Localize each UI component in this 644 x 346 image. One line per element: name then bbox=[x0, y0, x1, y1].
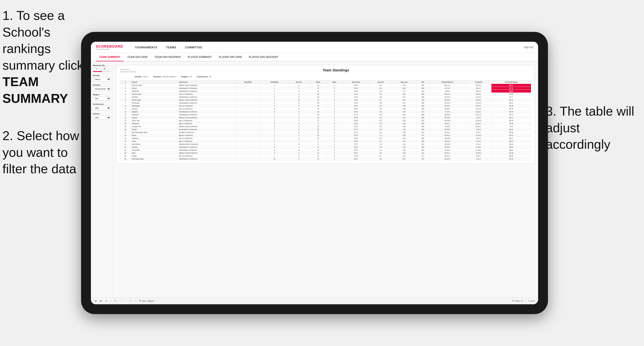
toolbar-sep-2: | bbox=[126, 300, 126, 302]
table-row[interactable]: 3 Vanderbilt Southeastern Conference - 2… bbox=[120, 90, 531, 93]
cell-avg-sg2: 1.85 bbox=[392, 119, 416, 122]
table-row[interactable]: 16 Florida Southeastern Conference - 7 9… bbox=[120, 128, 531, 131]
filter-conference-select[interactable]: (All) bbox=[93, 106, 111, 110]
table-row[interactable]: 22 Georgia Southeastern Conference - 8 7… bbox=[120, 146, 531, 149]
cell-vs-top50: 68.91 bbox=[491, 140, 531, 143]
cell-rank: 8 bbox=[120, 105, 131, 108]
sub-nav-player-h2h-heatmap[interactable]: PLAYER H2H HEATMAP bbox=[246, 53, 282, 61]
nav-tournaments[interactable]: TOURNAMENTS bbox=[130, 42, 162, 53]
table-row[interactable]: 4 Arizona State Pac-12 Conference - 1 9 … bbox=[120, 93, 531, 96]
col-par: Par bbox=[416, 80, 429, 84]
cell-par: 76-26-1 bbox=[429, 125, 465, 128]
sign-out-button[interactable]: Sign out bbox=[523, 46, 533, 49]
filter-gender-select[interactable]: Men's bbox=[93, 77, 111, 81]
instruction-3: 3. The table will adjust accordingly bbox=[546, 103, 639, 153]
table-row[interactable]: 19 California Pac-12 Conference - 4 8 24… bbox=[120, 137, 531, 140]
min-slider[interactable] bbox=[93, 71, 111, 72]
sidebar-filters: Minimum Ro... Gender Men's bbox=[91, 61, 113, 297]
filter-region-select[interactable]: N/A bbox=[93, 96, 111, 101]
cell-rank: 17 bbox=[120, 131, 131, 134]
view-icon: 👁 bbox=[139, 300, 141, 302]
toolbar-paste[interactable]: 📄 bbox=[120, 299, 124, 303]
cell-school: Texas Tech bbox=[131, 119, 178, 122]
toolbar-copy[interactable]: 📋 bbox=[113, 299, 118, 303]
cell-no-tour: 10 bbox=[288, 99, 310, 102]
table-row[interactable]: 14 Oklahoma Big 12 Conference - 2 4 2 2 … bbox=[120, 122, 531, 125]
cell-wins: 0 bbox=[326, 155, 342, 158]
table-row[interactable]: 20 Texas Big 12 Conference - 3 7 7 0 278… bbox=[120, 140, 531, 143]
cell-overall: 18-23-0 bbox=[466, 152, 492, 155]
main-content: Minimum Ro... Gender Men's bbox=[91, 61, 538, 297]
table-row[interactable]: 12 Virginia Atlantic Coast Conference - … bbox=[120, 116, 531, 119]
cell-avg-sg2: 1.63 bbox=[392, 128, 416, 131]
share-button[interactable]: ⇧ Share bbox=[528, 300, 535, 302]
table-row[interactable]: 8 Washington Pac-12 Conference - 2 8 23 … bbox=[120, 105, 531, 108]
table-row[interactable]: 21 New Mexico Mountain West Conference -… bbox=[120, 143, 531, 146]
filter-min-val2[interactable] bbox=[101, 67, 108, 70]
nav-teams[interactable]: TEAMS bbox=[162, 42, 180, 53]
cell-rnds: 23 bbox=[310, 158, 326, 161]
nav-committee[interactable]: COMMITTEE bbox=[180, 42, 207, 53]
cell-conf-rank: 1 bbox=[261, 84, 288, 87]
cell-adj-score: 278.9 bbox=[342, 140, 370, 143]
cell-rank: 24 bbox=[120, 152, 131, 155]
cell-avg-low: 217 bbox=[416, 110, 429, 113]
view-original-button[interactable]: 👁 View: Original bbox=[137, 299, 156, 303]
toolbar-forward[interactable]: ▶ bbox=[99, 299, 103, 303]
cell-wins: 6 bbox=[326, 90, 342, 93]
cell-conf-rank: 1 bbox=[261, 134, 288, 137]
cell-overall: 12-13-0 bbox=[466, 134, 492, 137]
cell-wins: 4 bbox=[326, 99, 342, 102]
watch-button[interactable]: 👁 Watch ▼ bbox=[512, 300, 523, 302]
table-row[interactable]: 11 Arkansas Southeastern Conference - 2 … bbox=[120, 113, 531, 116]
cell-rank: 6 bbox=[120, 99, 131, 102]
cell-rank: 15 bbox=[120, 125, 131, 128]
table-row[interactable]: 23 Texas A&M Southeastern Conference - 9… bbox=[120, 149, 531, 152]
filter-minimum-label: Minimum Ro... bbox=[93, 64, 111, 66]
standings-table: # School Conference Reg Rank Conf Rank N… bbox=[120, 80, 531, 161]
sub-nav-player-summary[interactable]: PLAYER SUMMARY bbox=[184, 53, 215, 61]
toolbar-clock[interactable]: 🕐 bbox=[128, 299, 133, 303]
filter-school: School (All) bbox=[93, 113, 111, 120]
table-row[interactable]: 5 Ole Miss Southeastern Conference - 3 6… bbox=[120, 96, 531, 99]
sub-nav-player-h2h-grid[interactable]: PLAYER H2H GRID bbox=[215, 53, 246, 61]
main-nav: TOURNAMENTS TEAMS COMMITTEE bbox=[130, 42, 207, 53]
table-row[interactable]: 2 Auburn Southeastern Conference - 1 9 2… bbox=[120, 87, 531, 90]
table-row[interactable]: 24 Duke Atlantic Coast Conference - 5 9 … bbox=[120, 152, 531, 155]
table-row[interactable]: 7 Tennessee Southeastern Conference - 4 … bbox=[120, 102, 531, 105]
cell-rank: 18 bbox=[120, 134, 131, 137]
table-row[interactable]: 25 Oregon Pac-12 Conference - 7 9 21 0 2… bbox=[120, 155, 531, 158]
table-row[interactable]: 9 Arizona Pac-12 Conference - 3 8 23 2 2… bbox=[120, 108, 531, 110]
toolbar-reload[interactable]: ↻ bbox=[105, 299, 108, 303]
table-row[interactable]: 15 Georgia Tech Atlantic Coast Conferenc… bbox=[120, 125, 531, 128]
table-row[interactable]: 17 East Tennessee State Southern Confere… bbox=[120, 131, 531, 134]
cell-school: North Carolina bbox=[131, 84, 178, 87]
cell-rank: 12 bbox=[120, 116, 131, 119]
cell-avg-sg2: 1.28 bbox=[392, 134, 416, 137]
table-row[interactable]: 18 Illinois Big Ten Conference - 1 8 23 … bbox=[120, 134, 531, 137]
sub-nav-team-summary[interactable]: TEAM SUMMARY bbox=[96, 53, 124, 61]
cell-avg-sg2: 3.01 bbox=[392, 116, 416, 119]
table-row[interactable]: 6 Florida State Atlantic Coast Conferenc… bbox=[120, 99, 531, 102]
table-row[interactable]: 10 Alabama Southeastern Conference - 5 8… bbox=[120, 110, 531, 113]
cell-par: 83-25-0 bbox=[429, 137, 465, 140]
cell-conf-rank: 5 bbox=[261, 152, 288, 155]
filter-school-select[interactable]: (All) bbox=[93, 116, 111, 120]
cell-conf-rank: 4 bbox=[261, 137, 288, 140]
filter-min-val1[interactable] bbox=[93, 67, 100, 70]
toolbar-back[interactable]: ◀ bbox=[94, 299, 97, 303]
sub-nav-team-h2h-grid[interactable]: TEAM H2H GRID bbox=[124, 53, 151, 61]
sub-nav-team-h2h-heatmap[interactable]: TEAM H2H HEATMAP bbox=[151, 53, 184, 61]
cell-conf-rank: 3 bbox=[261, 116, 288, 119]
cell-reg-rank: - bbox=[236, 96, 261, 99]
cell-avg-low: 260 bbox=[416, 137, 429, 140]
table-row[interactable]: 1 North Carolina Atlantic Coast Conferen… bbox=[120, 84, 531, 87]
col-no-tour: No Tour bbox=[288, 80, 310, 84]
cell-adj-score: 273.5 bbox=[342, 84, 370, 87]
table-row[interactable]: 26 Mississippi State Southeastern Confer… bbox=[120, 158, 531, 161]
cell-no-tour: 9 bbox=[288, 93, 310, 96]
cell-adj-score: 279.5 bbox=[342, 155, 370, 158]
table-row[interactable]: 13 Texas Tech Big 12 Conference - 1 9 27… bbox=[120, 119, 531, 122]
cell-overall: 17-9-0 bbox=[466, 116, 492, 119]
filter-division-select[interactable]: NCAA Division I bbox=[93, 87, 111, 91]
